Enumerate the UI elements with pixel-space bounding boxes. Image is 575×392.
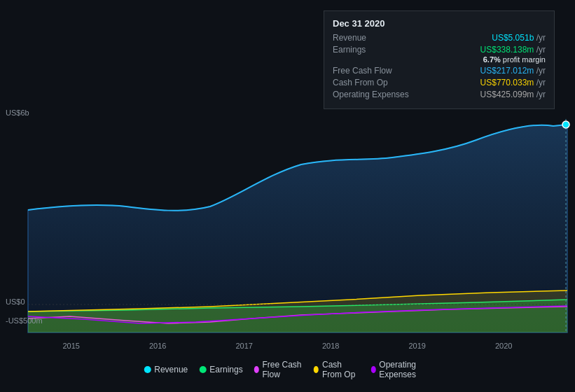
y-label-0: US$0 [6,298,25,306]
tooltip-label-fcf: Free Cash Flow [333,66,417,76]
svg-point-2 [562,121,569,128]
legend-item-earnings[interactable]: Earnings [199,365,242,374]
tooltip-box: Dec 31 2020 Revenue US$5.051b /yr Earnin… [324,10,555,109]
tooltip-label-revenue: Revenue [333,33,417,43]
legend-item-revenue[interactable]: Revenue [144,365,188,374]
x-axis: 2015 2016 2017 2018 2019 2020 [0,342,575,350]
tooltip-row-opex: Operating Expenses US$425.099m /yr [333,90,546,99]
x-label-2015: 2015 [63,342,80,350]
x-label-2020: 2020 [495,342,512,350]
tooltip-profit-margin: 6.7% profit margin [480,55,546,64]
legend-dot-opex [370,366,375,373]
tooltip-value-opex: US$425.099m /yr [480,90,546,99]
tooltip-value-revenue: US$5.051b /yr [492,33,546,43]
legend-item-opex[interactable]: Operating Expenses [370,360,431,379]
tooltip-label-opex: Operating Expenses [333,90,417,99]
tooltip-row-revenue: Revenue US$5.051b /yr [333,33,546,43]
legend-dot-fcf [254,366,259,373]
legend-item-cashop[interactable]: Cash From Op [314,360,359,379]
tooltip-label-cashop: Cash From Op [333,78,417,88]
legend-label-fcf: Free Cash Flow [262,360,303,379]
tooltip-row-cashop: Cash From Op US$770.033m /yr [333,78,546,88]
legend-item-fcf[interactable]: Free Cash Flow [254,360,303,379]
tooltip-value-earnings: US$338.138m /yr [480,45,546,55]
chart-container: US$6b US$0 -US$500m Dec 31 2020 Revenue … [0,0,575,392]
legend-label-revenue: Revenue [154,365,188,374]
legend-dot-revenue [144,366,151,373]
chart-legend: Revenue Earnings Free Cash Flow Cash Fro… [144,360,431,379]
legend-dot-cashop [314,366,319,373]
tooltip-row-fcf: Free Cash Flow US$217.012m /yr [333,66,546,76]
tooltip-label-earnings: Earnings [333,45,417,55]
y-label-neg500: -US$500m [6,316,43,325]
tooltip-value-fcf: US$217.012m /yr [480,66,546,76]
x-label-2019: 2019 [409,342,426,350]
tooltip-value-cashop: US$770.033m /yr [480,78,546,88]
tooltip-date: Dec 31 2020 [333,18,546,29]
legend-label-cashop: Cash From Op [322,360,360,379]
x-label-2017: 2017 [236,342,253,350]
legend-dot-earnings [199,366,206,373]
x-label-2016: 2016 [149,342,166,350]
x-label-2018: 2018 [322,342,339,350]
tooltip-row-earnings: Earnings US$338.138m /yr 6.7% profit mar… [333,45,546,64]
legend-label-opex: Operating Expenses [379,360,431,379]
y-label-6b: US$6b [6,108,29,117]
legend-label-earnings: Earnings [209,365,242,374]
